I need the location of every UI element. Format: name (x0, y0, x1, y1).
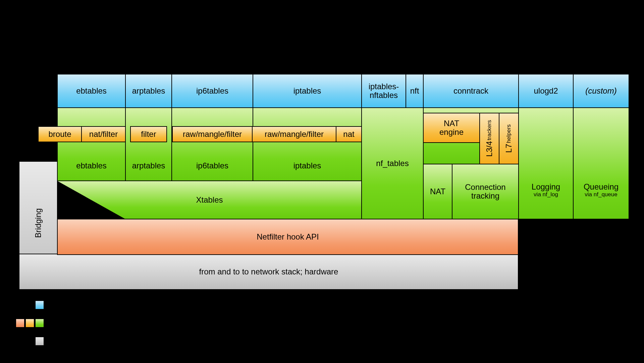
top-ebtables: ebtables (57, 74, 126, 108)
top-ulogd2: ulogd2 (518, 74, 574, 108)
rmf2-box: raw/mangle/filter (252, 126, 336, 142)
l7-sub: helpers (505, 124, 512, 143)
top-custom: (custom) (573, 74, 629, 108)
natfilter-box: nat/filter (81, 126, 126, 142)
top-ip6tables: ip6tables (171, 74, 253, 108)
l7-wrap: L7 helpers (504, 124, 514, 153)
green-strip-ip6tables: ip6tables (171, 107, 253, 181)
nat-engine-box: NAT engine (423, 113, 480, 143)
top-arptables: arptables (125, 74, 172, 108)
nat-small-label: nat (343, 129, 354, 139)
filter-label: filter (141, 129, 156, 139)
top-custom-label: (custom) (585, 86, 616, 96)
legend-blue (35, 301, 44, 309)
nat-box: NAT (423, 164, 452, 219)
top-iptables-nftables: iptables- nftables (361, 74, 406, 108)
top-ip6tables-label: ip6tables (196, 86, 228, 96)
top-nft: nft (406, 74, 424, 108)
legend-orange (25, 319, 34, 327)
rmf1-box: raw/mangle/filter (172, 126, 253, 142)
rmf1-label: raw/mangle/filter (183, 129, 242, 139)
top-iptables-nftables-l1: iptables- (369, 82, 399, 91)
l34-sub: trackers (486, 120, 493, 140)
natfilter-label: nat/filter (89, 129, 118, 139)
logging-box: Logging via nf_log (518, 107, 574, 219)
legend-green (35, 319, 44, 327)
netfilter-hook-box: Netfilter hook API (57, 219, 519, 255)
bridging-label: Bridging (34, 208, 43, 238)
green-strip-ebtables: ebtables (57, 107, 126, 181)
nf-tables-label: nf_tables (376, 159, 409, 168)
top-ulogd2-label: ulogd2 (534, 86, 558, 96)
green-strip-iptables: iptables (253, 107, 362, 181)
network-stack-label: from and to to network stack; hardware (199, 267, 338, 276)
xtables-label: Xtables (196, 195, 223, 205)
green-iptables-label: iptables (293, 161, 321, 170)
queueing-l2: via nf_queue (585, 192, 617, 198)
broute-label: broute (48, 129, 71, 139)
nat-engine-l1: NAT (444, 119, 459, 128)
top-arptables-label: arptables (132, 86, 165, 96)
l7-label: L7 (504, 144, 514, 153)
nat-label: NAT (430, 187, 445, 196)
nat-small-box: nat (336, 126, 362, 142)
queueing-box: Queueing via nf_queue (573, 107, 629, 219)
nat-engine-l2: engine (439, 128, 464, 137)
connection-tracking-box: Connection tracking (452, 164, 519, 219)
queueing-l1: Queueing (584, 183, 619, 191)
legend-grey (35, 337, 44, 346)
broute-box: broute (38, 126, 82, 142)
l34-label: L3/4 (485, 141, 494, 157)
top-iptables-nftables-l2: nftables (370, 91, 398, 100)
top-conntrack-label: conntrack (453, 86, 488, 96)
logging-l1: Logging (532, 183, 560, 191)
l34-wrap: L3/4 trackers (485, 120, 494, 157)
network-stack-box: from and to to network stack; hardware (19, 254, 519, 290)
rmf2-label: raw/mangle/filter (265, 129, 324, 139)
top-iptables: iptables (253, 74, 362, 108)
conntrack-l1: Connection (465, 183, 505, 192)
netfilter-hook-label: Netfilter hook API (257, 232, 319, 242)
nf-tables-box: nf_tables (361, 107, 424, 219)
green-arptables-label: arptables (132, 161, 165, 170)
top-nft-label: nft (410, 86, 419, 96)
l7-box: L7 helpers (499, 113, 519, 164)
conntrack-l2: tracking (471, 192, 499, 200)
green-ebtables-label: ebtables (76, 161, 107, 170)
filter-box: filter (130, 126, 167, 142)
logging-l2: via nf_log (534, 192, 558, 198)
green-strip-arptables: arptables (125, 107, 172, 181)
top-conntrack: conntrack (423, 74, 519, 108)
top-ebtables-label: ebtables (76, 86, 107, 96)
legend-salmon (16, 319, 24, 327)
top-iptables-label: iptables (293, 86, 321, 96)
l34-box: L3/4 trackers (479, 113, 499, 164)
green-ip6tables-label: ip6tables (196, 161, 228, 170)
